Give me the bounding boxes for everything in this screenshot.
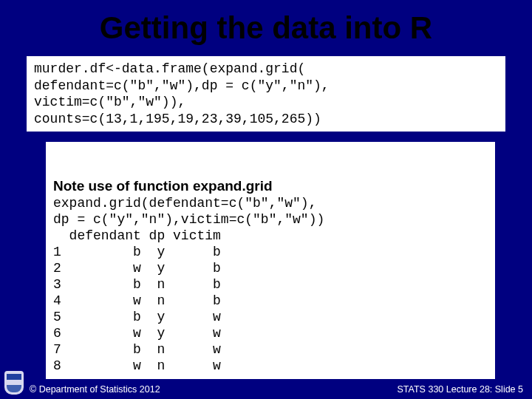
copyright-text: © Department of Statistics 2012	[30, 384, 160, 395]
university-crest-icon	[4, 371, 24, 395]
slide-number-text: STATS 330 Lecture 28: Slide 5	[398, 384, 523, 395]
code-block-main: murder.df<-data.frame(expand.grid( defen…	[27, 56, 505, 132]
note-heading: Note use of function expand.grid	[53, 177, 488, 194]
code-block-note: Note use of function expand.gridexpand.g…	[46, 142, 495, 379]
slide-title: Getting the data into R	[0, 0, 532, 53]
code-output: expand.grid(defendant=c("b","w"), dp = c…	[53, 196, 324, 373]
slide-footer: © Department of Statistics 2012 STATS 33…	[0, 371, 532, 395]
